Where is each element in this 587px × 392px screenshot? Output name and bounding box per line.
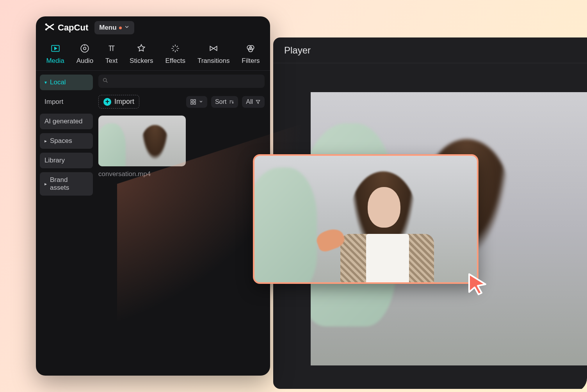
filters-icon [245,43,256,54]
tab-stickers[interactable]: Stickers [124,42,159,66]
sidebar-item-import[interactable]: Import [40,94,93,110]
svg-rect-11 [191,102,193,104]
tab-audio[interactable]: Audio [71,42,99,66]
clip-thumbnail[interactable] [98,116,186,166]
logo-icon [44,22,55,34]
chevron-down-icon [199,98,203,105]
clip-item[interactable]: conversation.mp4 [98,116,265,178]
tab-label: Effects [165,57,185,65]
notification-dot-icon [119,27,122,29]
canvas-background: Player CapCut Menu [0,0,587,392]
import-button[interactable]: + Import [98,95,139,109]
media-gallery: + Import Sort All [97,71,270,376]
player-title: Player [284,45,311,56]
caret-right-icon: ▸ [44,181,47,187]
caret-down-icon: ▾ [44,80,47,85]
app-logo: CapCut [44,22,88,34]
drag-preview[interactable] [253,154,478,284]
cursor-icon [467,273,488,295]
tab-label: Audio [76,57,93,65]
sidebar-item-ai-generated[interactable]: AI generated [40,114,93,129]
sidebar-item-local[interactable]: ▾ Local [40,75,93,90]
sidebar-item-label: Brand assets [50,176,88,192]
sidebar-item-label: AI generated [44,118,82,125]
tab-label: Transitions [197,57,230,65]
tab-text[interactable]: Text [100,42,123,66]
tab-effects[interactable]: Effects [160,42,191,66]
caret-right-icon: ▸ [44,138,47,144]
sidebar-item-label: Library [44,157,65,164]
filter-button-label: All [246,98,253,105]
sidebar-item-label: Spaces [50,137,72,145]
svg-rect-9 [191,100,193,102]
svg-rect-0 [45,23,47,25]
layout-toggle[interactable] [186,96,207,108]
search-icon [102,77,109,85]
svg-rect-1 [45,29,47,30]
tab-transitions[interactable]: Transitions [192,42,235,66]
plus-icon: + [103,98,111,106]
tab-label: Media [46,57,64,65]
svg-rect-10 [194,100,196,102]
sidebar-item-label: Local [50,78,66,86]
filter-button[interactable]: All [242,96,265,108]
app-name: CapCut [58,23,88,33]
tab-media[interactable]: Media [41,42,70,66]
sidebar-item-brand-assets[interactable]: ▸ Brand assets [40,172,93,196]
sidebar: ▾ Local Import AI generated ▸ Spaces Lib… [36,71,97,376]
import-button-label: Import [114,98,134,106]
media-icon [50,43,61,54]
menu-button[interactable]: Menu [94,21,134,34]
sidebar-item-spaces[interactable]: ▸ Spaces [40,133,93,149]
menu-button-label: Menu [99,24,116,32]
sticker-icon [136,43,147,54]
player-header: Player [273,37,587,63]
transitions-icon [208,43,219,54]
search-field[interactable] [111,78,261,84]
tab-label: Filters [242,57,260,65]
tool-tab-row: Media Audio Text Stickers [36,39,270,71]
title-bar: CapCut Menu [36,16,270,39]
audio-icon [79,43,90,54]
chevron-down-icon [124,24,130,32]
sort-button[interactable]: Sort [211,96,238,108]
effects-icon [170,43,181,54]
tab-filters[interactable]: Filters [236,42,265,66]
text-icon [106,43,117,54]
clip-filename: conversation.mp4 [98,170,265,178]
svg-point-8 [103,78,107,82]
sidebar-item-library[interactable]: Library [40,153,93,168]
sidebar-item-label: Import [44,98,63,106]
svg-rect-12 [194,102,196,104]
tab-label: Text [105,57,117,65]
svg-point-4 [84,47,86,50]
search-input[interactable] [98,75,265,88]
tab-label: Stickers [130,57,153,65]
editor-window: CapCut Menu Media Audio [36,16,270,376]
sort-button-label: Sort [215,98,226,105]
